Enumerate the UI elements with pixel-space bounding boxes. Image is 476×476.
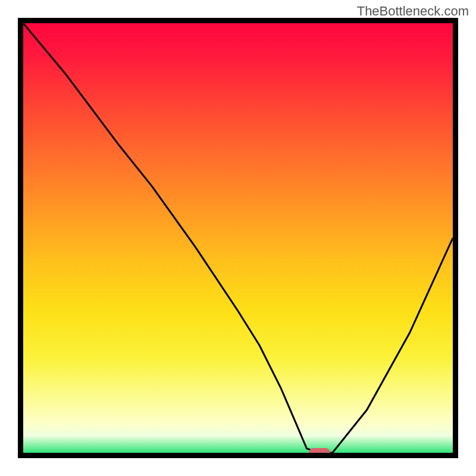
plot-area <box>23 23 453 453</box>
curve-svg <box>23 23 453 453</box>
optimal-marker <box>309 448 330 453</box>
watermark-text: TheBottleneck.com <box>357 4 469 19</box>
bottleneck-curve-path <box>23 23 453 453</box>
